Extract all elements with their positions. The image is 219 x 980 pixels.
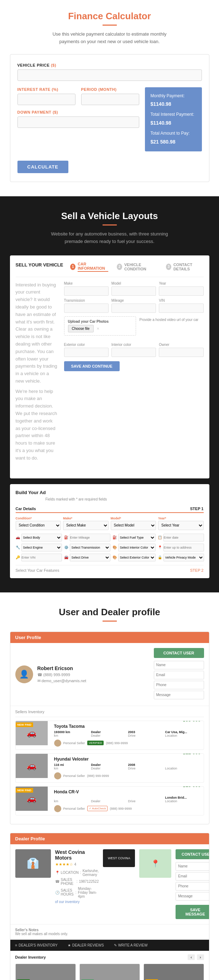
model-select[interactable]: Select Model bbox=[111, 521, 156, 530]
vin-detail-input[interactable] bbox=[21, 554, 62, 562]
mileage-input[interactable] bbox=[111, 304, 156, 313]
down-payment-input[interactable] bbox=[17, 116, 139, 128]
mileage-detail-input[interactable] bbox=[70, 534, 110, 541]
choose-file-button[interactable]: Choose file bbox=[68, 325, 94, 332]
owner-input[interactable] bbox=[159, 348, 203, 357]
year-input[interactable] bbox=[159, 286, 203, 296]
dealer-map: 📍 bbox=[139, 849, 171, 878]
dealer-contact-name[interactable] bbox=[176, 862, 209, 871]
fueltype-select[interactable]: Select Fuel Type bbox=[118, 534, 156, 541]
step-num-2: 2 bbox=[117, 264, 122, 270]
dealer-car-img-1: $47 000 bbox=[16, 964, 76, 980]
car-title-2: Hyundai Veloster bbox=[54, 757, 89, 762]
dealer-reviews-tab[interactable]: ★ DEALER REVIEWS bbox=[63, 940, 109, 951]
profiles-section: User and Dealer profile User Profile 👤 R… bbox=[0, 592, 219, 980]
location-input[interactable] bbox=[163, 544, 204, 552]
interior-color-select[interactable]: Select Interior Color bbox=[118, 544, 156, 552]
interior-icon: 🎨 bbox=[113, 546, 117, 549]
seller-avatar-2 bbox=[54, 772, 61, 780]
dealer-details: West Covina Motors ★★★★☆ 4 📍 LOCATION: K… bbox=[55, 849, 99, 919]
sell-body: Interested in buying your current vehicl… bbox=[16, 282, 204, 472]
user-profile-card: User Profile 👤 Robert Ericson ☎ (888) 99… bbox=[10, 632, 209, 824]
condition-select[interactable]: Select Condition bbox=[16, 521, 61, 530]
mid-left: INTEREST RATE (%) PERIOD (MONTH) bbox=[17, 87, 139, 128]
user-info-row: 👤 Robert Ericson ☎ (888) 999-9999 ✉ demo… bbox=[10, 643, 209, 706]
exterior-color-select2[interactable]: Select Exterior Color bbox=[118, 554, 156, 562]
user-inventory: Sellers Inventory NEW FIND 🚗 Toyota Taco… bbox=[10, 706, 209, 824]
features-section: Select Your Car Features STEP 2 bbox=[16, 565, 204, 573]
prev-button[interactable]: ‹ bbox=[188, 955, 195, 960]
user-details: Robert Ericson ☎ (888) 999-9999 ✉ demo_u… bbox=[37, 665, 87, 683]
step-num-1: 1 bbox=[70, 264, 76, 270]
write-review-tab[interactable]: ✎ WRITE A REVIEW bbox=[109, 940, 153, 951]
period-input[interactable] bbox=[81, 94, 139, 105]
engine-select[interactable]: Select Engine bbox=[21, 544, 62, 552]
upload-video-row: Upload your Car Photos Choose file ✕ Pro… bbox=[64, 317, 204, 339]
calculate-button[interactable]: CALCULATE bbox=[17, 161, 68, 173]
privacy-select[interactable]: Vehicle Privacy Mode bbox=[163, 554, 204, 562]
registered-input[interactable] bbox=[163, 534, 204, 541]
sell-step-2: 2 VEHICLE CONDITION bbox=[117, 262, 157, 272]
inv-seller-2: Personal Seller (888) 999-9999 bbox=[54, 772, 201, 780]
transmission-label: Transmission bbox=[64, 299, 109, 302]
drive-select[interactable]: Select Drive bbox=[70, 554, 110, 562]
period-label: PERIOD (MONTH) bbox=[81, 87, 139, 92]
dealer-inventory-section: Dealer Inventory ‹ › $47 000 MAZDA CX-5 … bbox=[10, 951, 209, 980]
interest-rate-input[interactable] bbox=[17, 94, 76, 105]
notes-value: We sell all makes all models only. bbox=[15, 932, 68, 936]
spec-year-3: Drive bbox=[128, 796, 164, 803]
mid-row: INTEREST RATE (%) PERIOD (MONTH) bbox=[17, 87, 202, 151]
spec-km-3: km bbox=[54, 796, 90, 803]
dealer-contact-email[interactable] bbox=[176, 872, 209, 881]
contact-phone-input[interactable] bbox=[154, 681, 204, 689]
dealer-contact-phone[interactable] bbox=[176, 882, 209, 891]
exterior-color-input[interactable] bbox=[64, 348, 109, 357]
transmission-input[interactable] bbox=[64, 304, 109, 313]
dealer-contact-button[interactable]: CONTACT USER bbox=[176, 849, 209, 859]
inventory-tab-icon: ≡ bbox=[15, 943, 17, 947]
location-icon2: 📍 bbox=[55, 871, 59, 875]
dealer-notes: Seller's Notes We sell all makes all mod… bbox=[10, 924, 209, 940]
user-contact-panel: CONTACT USER bbox=[154, 648, 204, 701]
verified-badge-1: VERIFIED bbox=[87, 741, 104, 745]
total-interest-label: Total Interest Payment: $1140.98 bbox=[151, 111, 196, 127]
next-button[interactable]: › bbox=[197, 955, 204, 960]
clock-icon: 🕐 bbox=[55, 891, 59, 894]
body-icon: 🚗 bbox=[16, 535, 20, 539]
fueltype-icon: ⛽ bbox=[113, 535, 117, 539]
write-review-icon: ✎ bbox=[114, 943, 117, 947]
transmission-field: Transmission bbox=[64, 299, 109, 313]
make-select[interactable]: Select Make bbox=[63, 521, 109, 530]
contact-message-input[interactable] bbox=[154, 691, 204, 699]
dealer-contact-form bbox=[176, 862, 209, 902]
save-continue-button[interactable]: SAVE AND CONTINUE bbox=[64, 361, 120, 371]
features-label: Select Your Car Features bbox=[16, 568, 59, 573]
user-info: 👤 Robert Ericson ☎ (888) 999-9999 ✉ demo… bbox=[15, 648, 154, 701]
dealer-contact-msg[interactable] bbox=[176, 892, 209, 900]
dealer-inventory-tab[interactable]: ≡ DEALER'S INVENTORY bbox=[10, 940, 63, 951]
sell-divider bbox=[103, 224, 117, 226]
body-select[interactable]: Select Body bbox=[21, 534, 62, 541]
vin-input[interactable] bbox=[159, 304, 203, 313]
car-title-1: Toyota Tacoma bbox=[54, 724, 85, 729]
save-message-button[interactable]: SAVE MESSAGE bbox=[176, 905, 209, 919]
contact-email-input[interactable] bbox=[154, 671, 204, 679]
seller-name-2: Personal Seller bbox=[63, 774, 85, 778]
monthly-payment-label: Monthly Payment: $1140.98 bbox=[151, 92, 196, 109]
contact-name-input[interactable] bbox=[154, 661, 204, 669]
engine-detail: 🔧 Select Engine bbox=[16, 544, 62, 552]
view-all-inventory-link[interactable]: of our inventory bbox=[55, 900, 99, 904]
interior-color-input[interactable] bbox=[111, 348, 156, 357]
contact-user-button[interactable]: CONTACT USER bbox=[154, 648, 204, 658]
transmission-select[interactable]: Select Transmission bbox=[70, 544, 110, 552]
step-label-1: CAR INFORMATION bbox=[78, 262, 108, 272]
dealer-contact-panel: CONTACT USER SAVE MESSAGE bbox=[176, 849, 209, 919]
make-input[interactable] bbox=[64, 286, 109, 296]
year-select[interactable]: Select Year bbox=[158, 521, 204, 530]
sell-steps: 1 CAR INFORMATION 2 VEHICLE CONDITION 3 … bbox=[70, 262, 203, 272]
profiles-divider bbox=[103, 620, 117, 622]
dealer-inventory-nav: ‹ › bbox=[188, 955, 204, 960]
model-input[interactable] bbox=[111, 286, 156, 296]
dealer-inv-grid: $47 000 MAZDA CX-5 3/., 16..., ABL SUNRO… bbox=[15, 964, 204, 980]
vehicle-price-input[interactable] bbox=[17, 70, 202, 81]
